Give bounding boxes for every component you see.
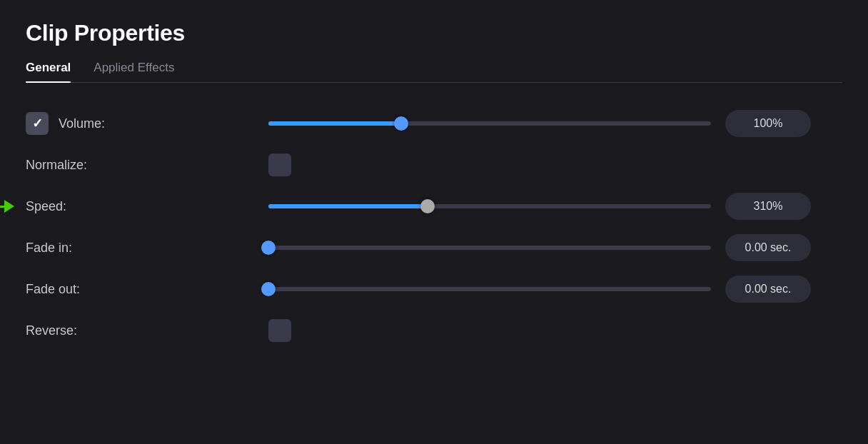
arrow-head-icon <box>4 200 14 213</box>
volume-slider-track <box>268 121 711 126</box>
fade-in-label: Fade in: <box>26 241 72 256</box>
volume-label-group: ✓ Volume: <box>26 112 268 135</box>
page-title: Clip Properties <box>26 20 842 46</box>
fade-in-control: 0.00 sec. <box>268 234 811 261</box>
speed-slider-fill <box>268 204 428 208</box>
volume-label: Volume: <box>59 116 105 131</box>
volume-slider-thumb[interactable] <box>394 116 408 131</box>
normalize-label-group: Normalize: <box>26 158 268 173</box>
tab-applied-effects[interactable]: Applied Effects <box>94 61 174 82</box>
speed-control: 310% <box>268 193 811 220</box>
volume-value-badge: 100% <box>725 110 811 137</box>
volume-slider-fill <box>268 121 401 126</box>
normalize-checkbox[interactable] <box>268 153 291 176</box>
speed-value-badge: 310% <box>725 193 811 220</box>
speed-arrow-annotation <box>0 200 14 213</box>
properties-panel: ✓ Volume: 100% Normalize: Speed: <box>26 103 811 351</box>
speed-label: Speed: <box>26 199 66 214</box>
reverse-label: Reverse: <box>26 323 77 338</box>
fade-out-value-badge: 0.00 sec. <box>725 276 811 303</box>
fade-in-slider-track <box>268 246 711 250</box>
checkmark-icon: ✓ <box>32 117 43 130</box>
arrow-line <box>0 206 4 208</box>
normalize-row: Normalize: <box>26 144 811 186</box>
fade-out-label: Fade out: <box>26 282 80 297</box>
fade-in-slider[interactable] <box>268 241 711 255</box>
fade-out-control: 0.00 sec. <box>268 276 811 303</box>
fade-out-row: Fade out: 0.00 sec. <box>26 268 811 310</box>
speed-label-group: Speed: <box>26 199 268 214</box>
fade-out-slider-track <box>268 287 711 291</box>
volume-checkbox[interactable]: ✓ <box>26 112 49 135</box>
tabs-nav: General Applied Effects <box>26 61 842 83</box>
fade-in-slider-thumb[interactable] <box>261 241 276 255</box>
reverse-row: Reverse: <box>26 310 811 351</box>
tab-general[interactable]: General <box>26 61 71 82</box>
normalize-control <box>268 153 811 176</box>
speed-slider-thumb[interactable] <box>420 199 435 213</box>
reverse-label-group: Reverse: <box>26 323 268 338</box>
fade-out-label-group: Fade out: <box>26 282 268 297</box>
fade-out-slider-thumb[interactable] <box>261 282 276 296</box>
volume-slider[interactable] <box>268 116 711 131</box>
reverse-checkbox[interactable] <box>268 319 291 342</box>
fade-out-slider[interactable] <box>268 282 711 296</box>
fade-in-row: Fade in: 0.00 sec. <box>26 227 811 268</box>
speed-slider-track <box>268 204 711 208</box>
volume-control: 100% <box>268 110 811 137</box>
fade-in-label-group: Fade in: <box>26 241 268 256</box>
fade-in-value-badge: 0.00 sec. <box>725 234 811 261</box>
speed-slider[interactable] <box>268 199 711 213</box>
reverse-control <box>268 319 811 342</box>
speed-row: Speed: 310% <box>26 186 811 227</box>
normalize-label: Normalize: <box>26 158 87 173</box>
volume-row: ✓ Volume: 100% <box>26 103 811 144</box>
